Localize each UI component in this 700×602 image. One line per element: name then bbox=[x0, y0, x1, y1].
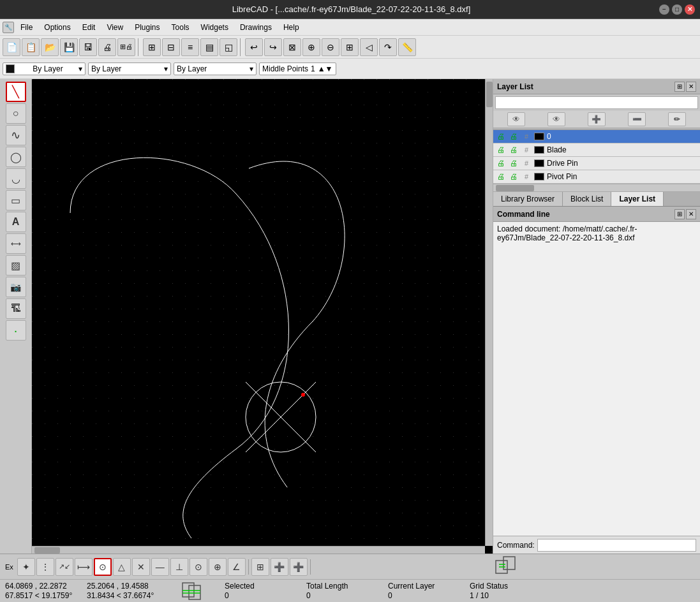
tool-camera[interactable]: 📷 bbox=[6, 277, 26, 297]
print-button[interactable]: 🖨 bbox=[98, 38, 116, 56]
layer-scroll-h[interactable] bbox=[493, 184, 700, 191]
snap-toggle[interactable]: ⊞ bbox=[143, 38, 161, 56]
tab-library-browser[interactable]: Library Browser bbox=[493, 192, 563, 206]
snap-endpoint-btn[interactable]: ↗↙ bbox=[56, 558, 73, 576]
tool-select[interactable]: ╲ bbox=[6, 82, 26, 102]
layer-row-blade[interactable]: 🖨 🖨 # Blade bbox=[493, 143, 700, 157]
hscroll-thumb[interactable] bbox=[34, 547, 60, 554]
maximize-button[interactable]: □ bbox=[672, 4, 682, 15]
layer-drive-print-icon: 🖨 bbox=[509, 158, 519, 168]
layer-show-all[interactable]: 👁 bbox=[507, 112, 525, 126]
command-input-row: Command: bbox=[493, 536, 700, 554]
tool-ellipse[interactable]: ◯ bbox=[6, 147, 26, 167]
menu-widgets[interactable]: Widgets bbox=[196, 22, 234, 33]
zoom-out[interactable]: ⊖ bbox=[322, 38, 339, 56]
titlebar-title: LibreCAD - [...cache/.fr-ey67Jm/Blade_22… bbox=[43, 4, 659, 14]
hash-icon-drive: # bbox=[525, 159, 528, 167]
rotate-cw[interactable]: ↷ bbox=[379, 38, 397, 56]
menu-file[interactable]: File bbox=[15, 22, 38, 33]
layer-add[interactable]: ➕ bbox=[588, 112, 606, 126]
layer-toggle[interactable]: ▤ bbox=[200, 38, 218, 56]
line-width-combo[interactable]: By Layer ▾ bbox=[174, 62, 257, 75]
snap-add2-btn[interactable]: ➕ bbox=[290, 558, 308, 576]
layer-row-drive-pin[interactable]: 🖨 🖨 # Drive Pin bbox=[493, 157, 700, 170]
layer-panel-float[interactable]: ⊞ bbox=[674, 82, 685, 92]
canvas-scrollbar-vertical[interactable] bbox=[485, 79, 493, 546]
open-button[interactable]: 📂 bbox=[41, 38, 59, 56]
snap-midpoint-btn[interactable]: ⟼ bbox=[75, 558, 93, 576]
tool-arc[interactable]: ◡ bbox=[6, 168, 26, 189]
cad-canvas[interactable] bbox=[32, 79, 493, 554]
command-panel-float[interactable]: ⊞ bbox=[674, 209, 685, 219]
menu-tools[interactable]: Tools bbox=[167, 22, 195, 33]
snap-add-btn[interactable]: ➕ bbox=[271, 558, 288, 576]
minimize-button[interactable]: − bbox=[659, 4, 669, 15]
snap-tangent-btn[interactable]: ⊙ bbox=[190, 558, 207, 576]
menu-help[interactable]: Help bbox=[278, 22, 304, 33]
layer-search-input[interactable] bbox=[495, 96, 698, 109]
snap-combo[interactable]: Middle Points 1 ▲▼ bbox=[259, 62, 336, 75]
tool-point[interactable]: · bbox=[6, 320, 26, 341]
save-button[interactable]: 💾 bbox=[60, 38, 78, 56]
block-toggle[interactable]: ◱ bbox=[220, 38, 237, 56]
command-panel-close[interactable]: ✕ bbox=[686, 209, 696, 219]
snap-ortho-btn[interactable]: ⊕ bbox=[209, 558, 227, 576]
tool-rect[interactable]: ▭ bbox=[6, 190, 26, 210]
redo-button[interactable]: ↪ bbox=[264, 38, 282, 56]
canvas-scrollbar-horizontal[interactable] bbox=[32, 546, 485, 554]
new-template-button[interactable]: 📋 bbox=[22, 38, 40, 56]
tab-block-list[interactable]: Block List bbox=[563, 192, 611, 206]
snap-rel-btn[interactable]: ⊞ bbox=[251, 558, 269, 576]
tool-hatch[interactable]: ▨ bbox=[6, 255, 26, 275]
tool-dimension[interactable]: ⟷ bbox=[6, 233, 26, 254]
snap-vertex-btn[interactable]: △ bbox=[113, 558, 131, 576]
command-input[interactable] bbox=[537, 539, 696, 552]
menu-options[interactable]: Options bbox=[39, 22, 75, 33]
snap-sep2 bbox=[310, 559, 311, 575]
line-type-combo[interactable]: By Layer ▾ bbox=[88, 62, 171, 75]
layer-row-0[interactable]: 🖨 🖨 # 0 bbox=[493, 130, 700, 143]
snap-center-btn[interactable]: ⊙ bbox=[94, 558, 112, 576]
layer-edit[interactable]: ✏ bbox=[668, 112, 686, 126]
zoom-prev[interactable]: ◁ bbox=[360, 38, 378, 56]
layer-panel-close[interactable]: ✕ bbox=[686, 82, 696, 92]
tab-layer-list[interactable]: Layer List bbox=[611, 192, 664, 206]
color-combo[interactable]: By Layer ▾ bbox=[3, 62, 86, 75]
select-button[interactable]: ⊠ bbox=[283, 38, 301, 56]
tool-spline[interactable]: ∿ bbox=[6, 125, 26, 145]
new-button[interactable]: 📄 bbox=[3, 38, 20, 56]
snap-toolbar: Ex ✦ ⋮ ↗↙ ⟼ ⊙ △ ✕ — ⊥ ⊙ ⊕ ∠ ⊞ ➕ ➕ bbox=[0, 554, 700, 579]
snap-free-btn[interactable]: ✦ bbox=[17, 558, 35, 576]
close-button[interactable]: ✕ bbox=[685, 4, 695, 15]
layer-row-pivot-pin[interactable]: 🖨 🖨 # Pivot Pin bbox=[493, 170, 700, 184]
measure[interactable]: 📏 bbox=[398, 38, 416, 56]
snap-on-line-btn[interactable]: — bbox=[151, 558, 169, 576]
vscroll-thumb[interactable] bbox=[486, 82, 493, 107]
snap-list[interactable]: ≡ bbox=[181, 38, 199, 56]
tool-text[interactable]: A bbox=[6, 212, 26, 232]
titlebar-controls: − □ ✕ bbox=[659, 4, 695, 15]
menu-plugins[interactable]: Plugins bbox=[130, 22, 165, 33]
menu-edit[interactable]: Edit bbox=[77, 22, 101, 33]
layer-hide-all[interactable]: 👁 bbox=[547, 112, 565, 126]
snap-config[interactable]: ⊟ bbox=[162, 38, 180, 56]
zoom-in[interactable]: ⊕ bbox=[302, 38, 320, 56]
layer-pivot-color bbox=[534, 173, 544, 180]
tool-block[interactable]: 🏗 bbox=[6, 298, 26, 319]
layer-remove[interactable]: ➖ bbox=[628, 112, 646, 126]
snap-perp-btn[interactable]: ⊥ bbox=[170, 558, 188, 576]
tool-circle[interactable]: ○ bbox=[6, 103, 26, 124]
undo-button[interactable]: ↩ bbox=[245, 38, 263, 56]
command-header: Command line ⊞ ✕ bbox=[493, 207, 700, 222]
menu-view[interactable]: View bbox=[101, 22, 128, 33]
snap-angle-btn[interactable]: ∠ bbox=[228, 558, 246, 576]
snap-grid-btn[interactable]: ⋮ bbox=[36, 558, 54, 576]
menu-drawings[interactable]: Drawings bbox=[235, 22, 277, 33]
zoom-fit[interactable]: ⊞ bbox=[341, 38, 359, 56]
save-as-button[interactable]: 🖫 bbox=[79, 38, 97, 56]
snap-intersection-btn[interactable]: ✕ bbox=[132, 558, 150, 576]
layer-hscroll-thumb[interactable] bbox=[496, 185, 534, 191]
layer-list-header: Layer List ⊞ ✕ bbox=[493, 79, 700, 94]
print-preview-button[interactable]: ⊞🖨 bbox=[117, 38, 135, 56]
layer-list[interactable]: 🖨 🖨 # 0 🖨 bbox=[493, 130, 700, 184]
